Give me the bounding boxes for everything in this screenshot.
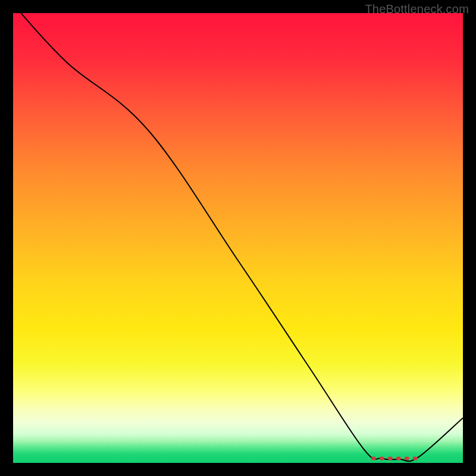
- watermark-label: TheBottleneck.com: [365, 2, 469, 16]
- chart-frame: TheBottleneck.com: [0, 0, 476, 476]
- plot-area: [13, 13, 463, 463]
- curve-svg: [13, 13, 463, 463]
- curve-line: [13, 13, 463, 461]
